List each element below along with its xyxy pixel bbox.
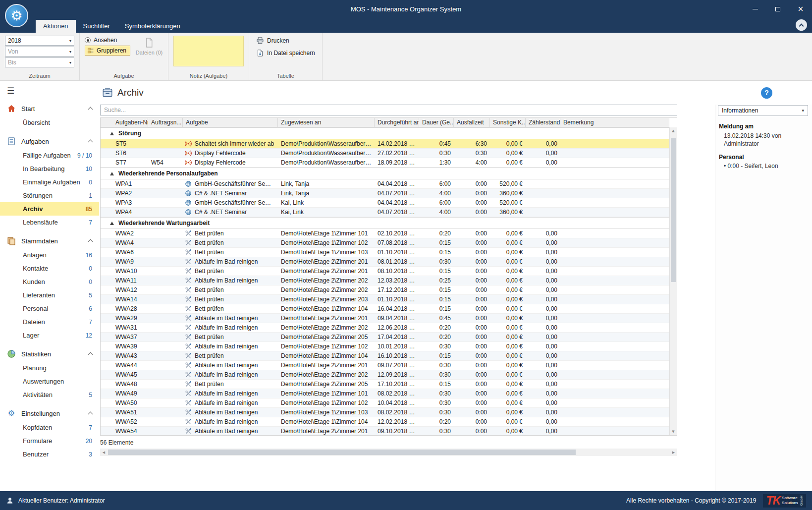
info-panel-selector[interactable]: Informationen ▾: [718, 105, 808, 116]
table-row-wwa51[interactable]: WWA51Abläufe im Bad reinigenDemo\Hotel\E…: [101, 408, 669, 417]
table-row-st7[interactable]: ST7W54Display FehlercodeDemo\Produktion\…: [101, 158, 669, 168]
sidebar-item-aktivitaeten[interactable]: Aktivitäten5: [0, 388, 99, 401]
sidebar-item-kunden[interactable]: Kunden0: [0, 275, 99, 288]
sidebar-item-lebenslaeufe[interactable]: Lebensläufe7: [0, 216, 99, 229]
table-row-wwa28[interactable]: WWA28Bett prüfenDemo\Hotel\Etage 1\Zimme…: [101, 304, 669, 314]
sidebar-item-benutzer[interactable]: Benutzer3: [0, 448, 99, 461]
table-row-st6[interactable]: ST6Display FehlercodeDemo\Produktion\Was…: [101, 149, 669, 158]
table-row-wwa48[interactable]: WWA48Bett prüfenDemo\Hotel\Etage 2\Zimme…: [101, 380, 669, 389]
table-row-wwa2[interactable]: WWA2Bett prüfenDemo\Hotel\Etage 1\Zimmer…: [101, 229, 669, 238]
sidebar-item-planung[interactable]: Planung: [0, 361, 99, 375]
column-header-aufgabe[interactable]: Aufgabe: [183, 118, 278, 127]
table-row-wwa50[interactable]: WWA50Abläufe im Bad reinigenDemo\Hotel\E…: [101, 398, 669, 408]
table-row-wwa44[interactable]: WWA44Abläufe im Bad reinigenDemo\Hotel\E…: [101, 361, 669, 370]
column-header-zaehlerstand[interactable]: Zählerstand: [526, 118, 560, 127]
scroll-up-arrow[interactable]: ▲: [670, 127, 677, 134]
table-row-wwa39[interactable]: WWA39Abläufe im Bad reinigenDemo\Hotel\E…: [101, 342, 669, 351]
gruppieren-toggle[interactable]: Gruppieren: [85, 46, 130, 56]
app-window: MOS - Maintenance Organizer System × ⚙ A…: [0, 0, 812, 510]
column-header-auftragsn[interactable]: Auftragsn...: [148, 118, 183, 127]
table-row-wwa31[interactable]: WWA31Abläufe im Bad reinigenDemo\Hotel\E…: [101, 323, 669, 333]
sidebar-item-kontakte[interactable]: Kontakte0: [0, 262, 99, 275]
dateien-button[interactable]: Dateien (0): [135, 36, 163, 57]
sidebar-item-dateien[interactable]: Dateien7: [0, 315, 99, 329]
table-row-wwa43[interactable]: WWA43Bett prüfenDemo\Hotel\Etage 1\Zimme…: [101, 351, 669, 361]
group-row-stoerung[interactable]: Störung: [101, 127, 669, 139]
tab-suchfilter[interactable]: Suchfilter: [76, 20, 117, 33]
von-select[interactable]: Von ▾: [5, 47, 74, 57]
group-row-wiederkehrende-wartungsarbeit[interactable]: Wiederkehrende Wartungsarbeit: [101, 217, 669, 229]
sidebar-item-auswertungen[interactable]: Auswertungen: [0, 375, 99, 388]
table-vertical-scrollbar[interactable]: ▲ ▼: [669, 127, 677, 435]
table-row-wwa9[interactable]: WWA9Abläufe im Bad reinigenDemo\Hotel\Et…: [101, 257, 669, 267]
sidebar-section-stammdaten[interactable]: Stammdaten: [0, 233, 99, 248]
table-row-wwa29[interactable]: WWA29Abläufe im Bad reinigenDemo\Hotel\E…: [101, 314, 669, 323]
sidebar-section-einstellungen[interactable]: ⚙Einstellungen: [0, 406, 99, 421]
titlebar: MOS - Maintenance Organizer System ×: [0, 0, 812, 18]
horizontal-scrollbar[interactable]: ◀ ▶: [100, 449, 677, 456]
globe-icon: [185, 209, 192, 216]
column-header-dauer-ge[interactable]: Dauer (Ge...: [419, 118, 454, 127]
table-row-wpa1[interactable]: WPA1GmbH-Geschäftsführer Semi...Link, Ta…: [101, 179, 669, 189]
close-button[interactable]: ×: [789, 0, 812, 18]
column-header-aufgaben-nr[interactable]: Aufgaben-Nr.: [101, 118, 148, 127]
group-row-wiederkehrende-personalaufgaben[interactable]: Wiederkehrende Personalaufgaben: [101, 168, 669, 179]
scroll-left-arrow[interactable]: ◀: [100, 449, 108, 456]
sidebar-item-anlagen[interactable]: Anlagen16: [0, 248, 99, 262]
table-row-wpa4[interactable]: WPA4C# & .NET SeminarKai, Link04.07.2018…: [101, 208, 669, 217]
horizontal-scrollbar-thumb[interactable]: [108, 450, 576, 455]
sidebar-item-personal[interactable]: Personal6: [0, 302, 99, 315]
table-row-wwa45[interactable]: WWA45Abläufe im Bad reinigenDemo\Hotel\E…: [101, 370, 669, 380]
table-row-wwa11[interactable]: WWA11Abläufe im Bad reinigenDemo\Hotel\E…: [101, 276, 669, 285]
column-header-durchgefuehrt-am[interactable]: Durchgeführt am: [375, 118, 419, 127]
note-box[interactable]: [173, 36, 244, 66]
tab-aktionen[interactable]: Aktionen: [36, 20, 76, 33]
column-header-zugewiesen-an[interactable]: Zugewiesen an: [278, 118, 375, 127]
sidebar-item-einmalige-aufgaben[interactable]: Einmalige Aufgaben0: [0, 175, 99, 189]
column-header-ausfallzeit[interactable]: Ausfallzeit: [454, 118, 490, 127]
speichern-button[interactable]: In Datei speichern: [254, 48, 317, 58]
table-row-wpa3[interactable]: WPA3GmbH-Geschäftsführer Semi...Kai, Lin…: [101, 198, 669, 208]
table-row-wwa54[interactable]: WWA54Abläufe im Bad reinigenDemo\Hotel\E…: [101, 427, 669, 435]
table-row-wwa6[interactable]: WWA6Bett prüfenDemo\Hotel\Etage 1\Zimmer…: [101, 248, 669, 257]
scroll-right-arrow[interactable]: ▶: [670, 449, 677, 456]
sidebar-item-uebersicht[interactable]: Übersicht: [0, 116, 99, 129]
table-row-wwa37[interactable]: WWA37Bett prüfenDemo\Hotel\Etage 2\Zimme…: [101, 333, 669, 342]
sidebar-section-aufgaben[interactable]: Aufgaben: [0, 134, 99, 149]
hamburger-menu-button[interactable]: ☰: [7, 86, 19, 96]
sidebar-section-statistiken[interactable]: Statistiken: [0, 346, 99, 361]
table-row-wpa2[interactable]: WPA2C# & .NET SeminarLink, Tanja04.07.20…: [101, 189, 669, 198]
sidebar-item-kopfdaten[interactable]: Kopfdaten7: [0, 421, 99, 434]
table-row-wwa49[interactable]: WWA49Abläufe im Bad reinigenDemo\Hotel\E…: [101, 389, 669, 398]
help-button[interactable]: ?: [761, 87, 772, 99]
drucken-button[interactable]: Drucken: [254, 36, 317, 46]
bis-select[interactable]: Bis ▾: [5, 57, 74, 67]
table-row-wwa52[interactable]: WWA52Abläufe im Bad reinigenDemo\Hotel\E…: [101, 417, 669, 427]
sidebar-section-start[interactable]: Start: [0, 101, 99, 116]
ansehen-radio[interactable]: Ansehen: [85, 37, 130, 44]
column-header-bemerkung[interactable]: Bemerkung: [560, 118, 669, 127]
table-row-wwa12[interactable]: WWA12Bett prüfenDemo\Hotel\Etage 2\Zimme…: [101, 285, 669, 295]
sidebar-item-formulare[interactable]: Formulare20: [0, 434, 99, 448]
collapse-ribbon-button[interactable]: [796, 19, 807, 31]
table-row-wwa14[interactable]: WWA14Bett prüfenDemo\Hotel\Etage 2\Zimme…: [101, 295, 669, 304]
table-row-wwa4[interactable]: WWA4Bett prüfenDemo\Hotel\Etage 1\Zimmer…: [101, 238, 669, 248]
sidebar-item-archiv[interactable]: Archiv85: [0, 202, 99, 216]
sidebar-item-stoerungen[interactable]: Störungen1: [0, 189, 99, 202]
tab-symbolerklaerungen[interactable]: Symbolerklärungen: [117, 20, 188, 33]
sidebar-item-lieferanten[interactable]: Lieferanten5: [0, 288, 99, 302]
scroll-down-arrow[interactable]: ▼: [670, 428, 677, 435]
year-select[interactable]: 2018 ▾: [5, 36, 74, 46]
sidebar-item-in-bearbeitung[interactable]: In Bearbeitung10: [0, 162, 99, 175]
search-input[interactable]: [100, 105, 677, 115]
sidebar-item-lager[interactable]: Lager12: [0, 329, 99, 342]
table-row-wwa10[interactable]: WWA10Bett prüfenDemo\Hotel\Etage 2\Zimme…: [101, 267, 669, 276]
gear-icon: ⚙: [7, 409, 16, 418]
app-logo[interactable]: ⚙: [5, 4, 28, 27]
table-row-st5[interactable]: ST5Schaltet sich immer wieder abDemo\Pro…: [101, 139, 669, 149]
vertical-scrollbar-thumb[interactable]: [671, 138, 676, 282]
maximize-button[interactable]: [766, 0, 789, 18]
minimize-button[interactable]: [744, 0, 766, 18]
column-header-sonstige-k[interactable]: Sonstige K...: [490, 118, 526, 127]
sidebar-item-faellige-aufgaben[interactable]: Fällige Aufgaben9 / 10: [0, 149, 99, 162]
